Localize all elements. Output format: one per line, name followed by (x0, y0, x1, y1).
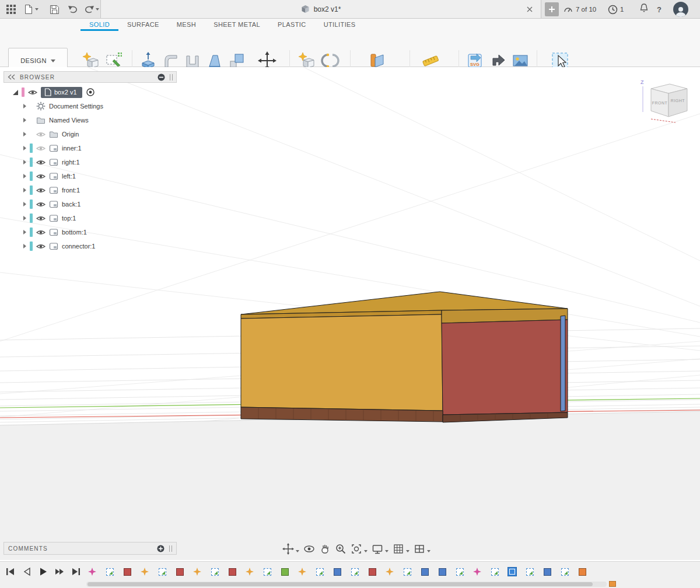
ribbon-tab[interactable]: PLASTIC (269, 19, 315, 31)
pan-caret-icon[interactable] (296, 550, 299, 552)
timeline-feature[interactable] (331, 564, 343, 579)
visibility-eye-icon[interactable] (36, 173, 46, 180)
timeline-feature[interactable] (366, 564, 378, 579)
collapse-panel-icon[interactable] (8, 74, 15, 80)
visibility-eye-icon[interactable] (28, 89, 37, 96)
save-icon[interactable] (48, 3, 61, 16)
viewports-icon[interactable] (412, 542, 426, 555)
step-forward-button[interactable] (54, 565, 65, 578)
browser-item-row[interactable]: front:1 (4, 183, 177, 197)
timeline-feature[interactable] (191, 564, 203, 579)
timeline-feature[interactable] (86, 564, 98, 579)
close-tab-icon[interactable] (524, 4, 535, 15)
timeline-clipped-feature[interactable] (609, 581, 616, 587)
zoom-icon[interactable] (334, 542, 348, 555)
grid-caret-icon[interactable] (406, 550, 410, 552)
undo-icon[interactable] (66, 3, 79, 16)
add-comment-icon[interactable] (157, 545, 164, 552)
timeline-feature[interactable] (489, 564, 501, 579)
timeline-feature[interactable] (436, 564, 448, 579)
expand-caret-icon[interactable] (23, 230, 26, 235)
expand-caret-icon[interactable] (23, 216, 26, 220)
timeline-feature[interactable] (384, 564, 396, 579)
view-cube[interactable]: Z FRONT RIGHT (634, 76, 694, 130)
timeline-feature[interactable] (541, 564, 553, 579)
comments-panel-header[interactable]: COMMENTS (4, 542, 177, 555)
browser-item-row[interactable]: right:1 (4, 155, 177, 169)
timeline-feature[interactable] (174, 564, 186, 579)
visibility-eye-icon[interactable] (36, 243, 46, 250)
timeline-feature[interactable] (261, 564, 273, 579)
timeline-feature[interactable] (279, 564, 290, 579)
ribbon-tab[interactable]: SURFACE (118, 19, 168, 31)
timeline-scroll-thumb[interactable] (88, 582, 593, 586)
notification-clock[interactable]: 1 (608, 0, 624, 19)
display-settings-icon[interactable] (370, 542, 384, 555)
app-grid-icon[interactable] (5, 3, 18, 16)
browser-root-row[interactable]: box2 v1 (4, 85, 177, 99)
timeline-feature[interactable] (454, 564, 466, 579)
ribbon-tab[interactable]: SOLID (80, 19, 118, 31)
timeline-feature[interactable] (314, 564, 326, 579)
expand-caret-icon[interactable] (23, 244, 26, 249)
panel-drag-handle[interactable] (169, 545, 172, 552)
browser-item-row[interactable]: inner:1 (4, 141, 177, 155)
file-menu-icon[interactable] (22, 3, 35, 16)
expand-caret-icon[interactable] (23, 118, 26, 123)
root-expand-icon[interactable] (13, 90, 18, 95)
visibility-eye-icon[interactable] (36, 215, 46, 222)
timeline-feature[interactable] (471, 564, 483, 579)
fit-view-icon[interactable] (349, 542, 363, 555)
job-status[interactable]: 7 of 10 (564, 0, 596, 19)
timeline-feature[interactable] (209, 564, 220, 579)
visibility-eye-icon[interactable] (36, 201, 46, 208)
expand-caret-icon[interactable] (23, 104, 26, 108)
visibility-eye-icon[interactable] (36, 145, 46, 152)
browser-item-row[interactable]: Document Settings (4, 99, 177, 113)
fit-caret-icon[interactable] (364, 550, 368, 552)
timeline-feature[interactable] (244, 564, 256, 579)
avatar[interactable] (673, 2, 688, 17)
visibility-eye-icon[interactable] (36, 131, 46, 138)
expand-caret-icon[interactable] (23, 146, 26, 150)
pan-icon[interactable] (281, 542, 295, 555)
timeline-feature[interactable] (349, 564, 360, 579)
display-caret-icon[interactable] (385, 550, 388, 552)
collapse-all-icon[interactable] (158, 74, 165, 81)
browser-item-row[interactable]: connector:1 (4, 239, 177, 253)
bell-icon[interactable] (639, 3, 649, 13)
go-to-end-button[interactable] (70, 565, 82, 578)
file-menu-caret-icon[interactable] (34, 3, 40, 16)
ribbon-tab[interactable]: SHEET METAL (205, 19, 269, 31)
timeline-feature[interactable] (401, 564, 413, 579)
look-at-icon[interactable] (302, 542, 316, 555)
step-back-button[interactable] (21, 565, 33, 578)
timeline-feature[interactable] (156, 564, 168, 579)
active-component-badge[interactable]: box2 v1 (41, 87, 82, 98)
timeline-feature[interactable] (576, 564, 588, 579)
activate-radio-icon[interactable] (86, 88, 95, 97)
browser-item-row[interactable]: Named Views (4, 113, 177, 127)
grid-snap-icon[interactable] (391, 542, 405, 555)
box-model[interactable] (241, 292, 568, 422)
help-icon[interactable]: ? (657, 0, 662, 19)
expand-caret-icon[interactable] (23, 132, 26, 136)
visibility-eye-icon[interactable] (36, 159, 46, 166)
document-tab[interactable]: box2 v1* (100, 0, 541, 18)
expand-caret-icon[interactable] (23, 174, 26, 178)
expand-caret-icon[interactable] (23, 160, 26, 164)
timeline-feature[interactable] (226, 564, 238, 579)
browser-panel-header[interactable]: BROWSER (4, 71, 177, 83)
timeline-feature[interactable] (139, 564, 150, 579)
hand-pan-icon[interactable] (318, 542, 332, 555)
visibility-eye-icon[interactable] (36, 187, 46, 194)
timeline-feature[interactable] (506, 564, 518, 579)
ribbon-tab[interactable]: MESH (168, 19, 205, 31)
timeline-feature[interactable] (296, 564, 308, 579)
ribbon-tab[interactable]: UTILITIES (315, 19, 365, 31)
go-to-start-button[interactable] (5, 565, 16, 578)
play-button[interactable] (37, 565, 49, 578)
timeline-feature[interactable] (104, 564, 116, 579)
browser-item-row[interactable]: top:1 (4, 211, 177, 225)
panel-drag-handle[interactable] (170, 74, 173, 80)
